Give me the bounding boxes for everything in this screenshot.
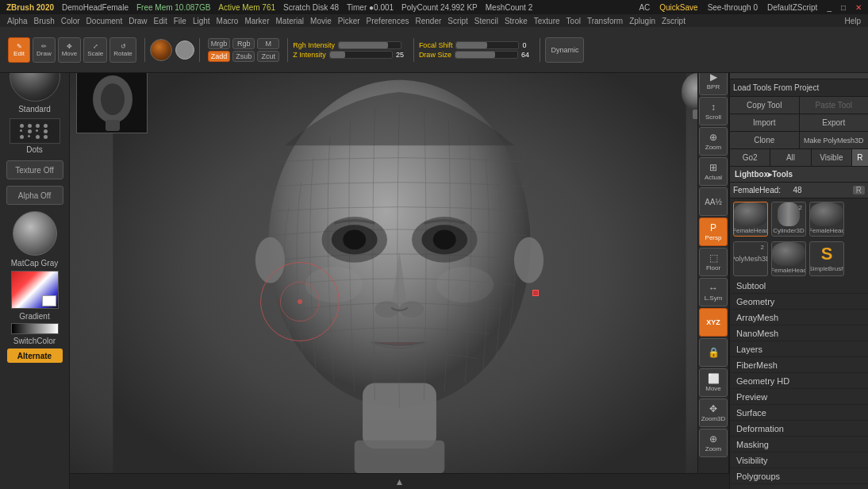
menu-document[interactable]: Document: [84, 16, 125, 26]
focal-shift-slider[interactable]: [455, 41, 519, 49]
quicksave-btn[interactable]: QuickSave: [656, 2, 701, 13]
draw-btn[interactable]: ✏ Draw: [33, 37, 56, 63]
menu-deformation[interactable]: Deformation: [730, 421, 868, 437]
help-label[interactable]: Help: [842, 16, 863, 26]
menu-movie[interactable]: Movie: [308, 16, 334, 26]
tool-thumb-polymesh[interactable]: 2 PolyMesh3D: [733, 241, 768, 276]
all-btn[interactable]: All: [770, 149, 811, 166]
aahalf-btn[interactable]: AA½: [699, 187, 728, 216]
menu-render[interactable]: Render: [413, 16, 444, 26]
rgb-intensity-slider[interactable]: [338, 41, 401, 49]
menu-stroke[interactable]: Stroke: [502, 16, 530, 26]
alternate-btn[interactable]: Alternate: [7, 348, 63, 363]
menu-brush[interactable]: Brush: [32, 16, 57, 26]
alpha-off-btn[interactable]: Alpha Off: [6, 186, 63, 205]
tool-thumb-cylinder[interactable]: 2 Cylinder3D: [771, 202, 806, 237]
menu-polygroups[interactable]: Polygroups: [730, 468, 868, 484]
paste-tool-btn[interactable]: Paste Tool: [800, 97, 869, 114]
copy-tool-btn[interactable]: Copy Tool: [730, 97, 800, 114]
dots-pattern-container[interactable]: [10, 118, 60, 144]
menu-layers[interactable]: Layers: [730, 341, 868, 357]
go2-btn[interactable]: Go2: [730, 149, 770, 166]
z-intensity-slider[interactable]: [329, 51, 393, 59]
menu-visibility[interactable]: Visibility: [730, 452, 868, 468]
lock-btn[interactable]: 🔒: [699, 338, 728, 367]
menu-nanomesh[interactable]: NanoMesh: [730, 325, 868, 341]
lsym-btn[interactable]: ↔ L.Sym: [699, 278, 728, 306]
move-btn[interactable]: ✥ Move: [58, 37, 82, 63]
zoom3d-btn[interactable]: ⊕ Zoom: [699, 429, 728, 457]
viewport[interactable]: [70, 64, 729, 473]
menu-marker[interactable]: Marker: [242, 16, 271, 26]
tool-thumb-simplebrush[interactable]: S SimpleBrush: [809, 241, 844, 276]
r-btn[interactable]: R: [852, 149, 868, 166]
menu-light[interactable]: Light: [190, 16, 213, 26]
menu-geometry[interactable]: Geometry: [730, 294, 868, 310]
tool-thumb-female-head-2[interactable]: FemaleHead: [809, 202, 844, 237]
menu-zscript[interactable]: Zscript: [659, 16, 688, 26]
import-btn[interactable]: Import: [730, 114, 800, 131]
menu-texture[interactable]: Texture: [532, 16, 563, 26]
thumbnail-overlay[interactable]: [76, 70, 148, 133]
tool-thumb-female-head-3[interactable]: FemaleHead: [771, 241, 806, 276]
female-head-r[interactable]: R: [853, 186, 865, 194]
menu-macro[interactable]: Macro: [214, 16, 241, 26]
move3d-btn[interactable]: ✥ Zoom3D: [699, 399, 728, 427]
rotate-btn[interactable]: ↺ Rotate: [109, 37, 136, 63]
mrgb-btn[interactable]: Mrgb: [208, 38, 231, 49]
default-zscript[interactable]: DefaultZScript: [764, 2, 820, 13]
xyz-btn[interactable]: XYZ: [699, 308, 728, 337]
edit-btn[interactable]: ✎ Edit: [8, 37, 30, 63]
export-btn[interactable]: Export: [800, 114, 869, 131]
brush-preview[interactable]: [150, 39, 172, 61]
gradient-bar[interactable]: [11, 323, 59, 334]
matcap-sphere[interactable]: [13, 211, 57, 256]
zsub-btn[interactable]: Zsub: [232, 51, 255, 62]
menu-contact[interactable]: Contact: [730, 484, 868, 489]
rgb-btn[interactable]: Rgb: [232, 38, 255, 49]
menu-material[interactable]: Material: [274, 16, 307, 26]
menu-preview[interactable]: Preview: [730, 389, 868, 405]
menu-preferences[interactable]: Preferences: [364, 16, 412, 26]
actual-btn[interactable]: ⊞ Actual: [699, 157, 728, 186]
color-preview[interactable]: [175, 40, 194, 60]
menu-subtool[interactable]: Subtool: [730, 278, 868, 294]
menu-zplugin[interactable]: Zplugin: [627, 16, 658, 26]
frame-btn[interactable]: ⬜ Move: [699, 368, 728, 397]
menu-script[interactable]: Script: [445, 16, 470, 26]
menu-tool[interactable]: Tool: [564, 16, 583, 26]
menu-stencil[interactable]: Stencil: [472, 16, 501, 26]
menu-surface[interactable]: Surface: [730, 405, 868, 421]
menu-picker[interactable]: Picker: [336, 16, 363, 26]
menu-transform[interactable]: Transform: [585, 16, 625, 26]
menu-edit[interactable]: Edit: [152, 16, 170, 26]
color-swatch[interactable]: [11, 271, 59, 309]
minimize-btn[interactable]: _: [824, 2, 835, 13]
m-btn[interactable]: M: [257, 38, 279, 49]
zadd-btn[interactable]: Zadd: [208, 51, 231, 62]
scale-btn[interactable]: ⤢ Scale: [83, 37, 107, 63]
floor-btn[interactable]: ⬚ Floor: [699, 248, 728, 276]
menu-masking[interactable]: Masking: [730, 437, 868, 452]
menu-draw[interactable]: Draw: [126, 16, 149, 26]
menu-file[interactable]: File: [171, 16, 189, 26]
menu-alpha[interactable]: Alpha: [5, 16, 30, 26]
clone-btn[interactable]: Clone: [730, 132, 800, 148]
lightbox-tools-header[interactable]: Lightbox▸Tools: [730, 167, 868, 183]
maximize-btn[interactable]: □: [838, 2, 849, 13]
close-btn[interactable]: ✕: [852, 2, 865, 13]
persp-btn[interactable]: P Persp: [699, 218, 728, 246]
bottom-arrow[interactable]: ▲: [395, 476, 405, 487]
scroll-btn[interactable]: ↕ Scroll: [699, 97, 728, 125]
menu-geometry-hd[interactable]: Geometry HD: [730, 373, 868, 389]
zoom-btn[interactable]: ⊕ Zoom: [699, 127, 728, 156]
tool-thumb-female-head-1[interactable]: FemaleHead: [733, 202, 768, 237]
load-from-project-btn[interactable]: Load Tools From Project: [733, 83, 865, 92]
menu-color[interactable]: Color: [59, 16, 83, 26]
draw-size-slider[interactable]: [455, 51, 518, 59]
zcut-btn[interactable]: Zcut: [257, 51, 279, 62]
menu-arraymesh[interactable]: ArrayMesh: [730, 310, 868, 325]
visible-btn[interactable]: Visible: [812, 149, 852, 166]
menu-fibermesh[interactable]: FiberMesh: [730, 357, 868, 373]
texture-off-btn[interactable]: Texture Off: [6, 160, 63, 179]
